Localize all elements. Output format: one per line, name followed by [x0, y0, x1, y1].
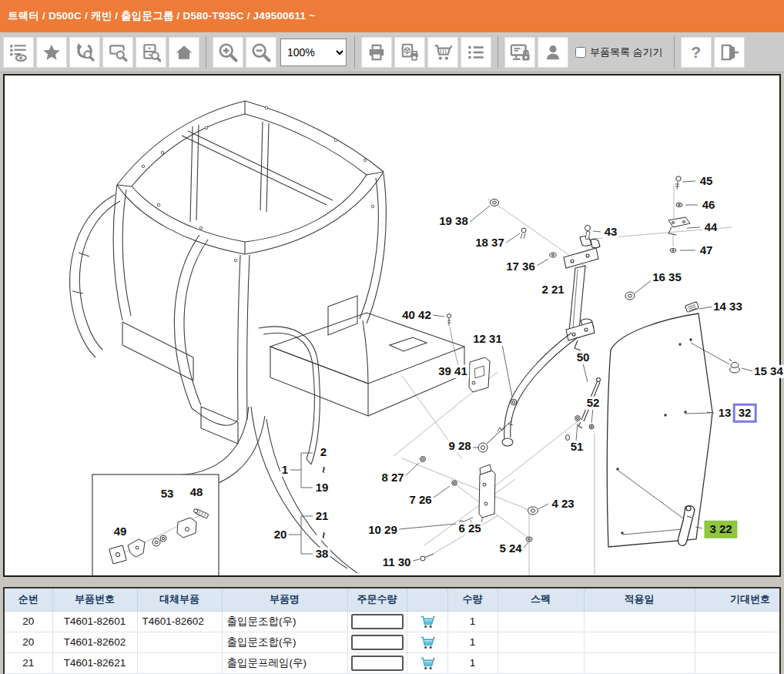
part-label[interactable]: 50: [575, 351, 591, 364]
part-label[interactable]: 3 22: [704, 521, 737, 538]
list-eye-icon: [8, 42, 28, 62]
part-label[interactable]: 49: [112, 525, 129, 538]
part-label[interactable]: 2 21: [540, 283, 565, 297]
part-label[interactable]: 14 33: [712, 300, 744, 314]
part-label[interactable]: 11 30: [381, 556, 413, 569]
part-label[interactable]: 16 35: [651, 271, 683, 284]
zoom-level-select[interactable]: 100%: [280, 39, 347, 66]
column-header: 수량: [447, 588, 498, 611]
part-label[interactable]: 5 24: [498, 542, 523, 555]
part-label[interactable]: 47: [699, 244, 715, 257]
table-row[interactable]: 20 T4601-82602 출입문조합(우) 1: [5, 632, 781, 652]
part-label[interactable]: 39 41: [437, 365, 469, 378]
exit-button[interactable]: [714, 37, 745, 68]
add-to-cart-icon[interactable]: [407, 634, 447, 651]
add-to-cart-icon[interactable]: [407, 613, 447, 630]
zoom-in-button[interactable]: [213, 37, 243, 68]
part-search-button[interactable]: [69, 37, 100, 68]
parts-table-body: 20 T4601-82601 T4601-82602 출입문조합(우) 1 20…: [5, 611, 781, 673]
cart-button[interactable]: [427, 37, 458, 68]
printer-icon: [367, 42, 387, 62]
catalog-search-button[interactable]: [136, 37, 166, 68]
part-label[interactable]: 40 42: [400, 309, 433, 322]
column-header: 적용일: [584, 588, 695, 611]
print-button[interactable]: [361, 37, 392, 68]
table-row[interactable]: 21 T4601-82621 출입문프레임(우) 1: [5, 652, 781, 673]
part-label[interactable]: 13: [717, 407, 733, 420]
part-label[interactable]: 38: [314, 548, 330, 561]
cell-qty: 1: [447, 652, 498, 673]
cell-serial-number: [695, 652, 781, 673]
list-icon: [466, 42, 486, 62]
screen-lock-button[interactable]: [504, 37, 535, 68]
toolbar-separator: [354, 36, 355, 69]
help-button[interactable]: ?: [681, 37, 712, 68]
part-label[interactable]: 45: [699, 175, 715, 188]
add-to-cart-icon[interactable]: [407, 655, 447, 672]
part-label[interactable]: 53: [159, 488, 176, 501]
table-row[interactable]: 20 T4601-82601 T4601-82602 출입문조합(우) 1: [5, 611, 781, 632]
hide-parts-list-checkbox[interactable]: [575, 47, 586, 58]
part-label[interactable]: 15 34: [752, 365, 784, 378]
cell-seq: 20: [5, 632, 52, 652]
part-label[interactable]: 19: [314, 481, 330, 495]
cell-order-qty: [347, 611, 407, 632]
part-label[interactable]: 6 25: [457, 522, 482, 535]
part-label[interactable]: 19 38: [437, 215, 470, 228]
cell-qty: 1: [447, 632, 498, 652]
cell-apply-date: [584, 611, 695, 632]
cell-alt-part[interactable]: [137, 632, 222, 652]
part-labels-layer: 454644474319 3818 3717 362 2116 3514 331…: [5, 75, 779, 575]
home-button[interactable]: [169, 37, 199, 68]
part-label[interactable]: 1: [280, 464, 290, 477]
part-label[interactable]: 51: [569, 441, 585, 454]
breadcrumb-bar: 트랙터 / D500C / 캐빈 / 출입문그룹 / D580-T935C / …: [0, 0, 784, 32]
part-label[interactable]: 9 28: [447, 440, 472, 453]
part-label[interactable]: 52: [585, 397, 601, 410]
part-label[interactable]: ~: [317, 465, 330, 475]
part-label[interactable]: 43: [603, 226, 619, 239]
order-qty-input[interactable]: [351, 656, 404, 671]
user-icon: [543, 42, 563, 62]
part-label[interactable]: 12 31: [471, 333, 504, 346]
user-button[interactable]: [538, 37, 568, 68]
part-label[interactable]: 46: [701, 199, 717, 212]
cell-part-name: 출입문프레임(우): [222, 652, 347, 673]
toolbar-separator: [498, 36, 498, 69]
order-qty-input[interactable]: [351, 614, 404, 629]
part-label[interactable]: 20: [273, 528, 289, 542]
part-label[interactable]: 18 37: [474, 236, 506, 250]
cell-alt-part[interactable]: T4601-82602: [137, 611, 222, 632]
part-label[interactable]: 10 29: [367, 524, 399, 537]
cell-alt-part[interactable]: [137, 652, 222, 673]
part-label[interactable]: 48: [189, 486, 205, 499]
home-icon: [174, 42, 194, 62]
cell-part-name: 출입문조합(우): [222, 611, 347, 632]
part-label[interactable]: 8 27: [380, 471, 405, 485]
cell-seq: 20: [5, 611, 52, 632]
column-header: 대체부품: [137, 588, 222, 611]
part-label[interactable]: 17 36: [504, 260, 537, 273]
cell-seq: 21: [5, 652, 52, 673]
cell-serial-number: [695, 632, 781, 652]
cell-part-number[interactable]: T4601-82621: [52, 652, 137, 673]
part-label[interactable]: 32: [733, 404, 757, 423]
part-label[interactable]: 7 26: [407, 494, 433, 507]
part-label[interactable]: 44: [703, 221, 719, 234]
region-search-button[interactable]: [102, 37, 133, 68]
cell-order-qty: [347, 652, 407, 673]
part-label[interactable]: ~: [317, 531, 330, 541]
breadcrumb[interactable]: 트랙터 / D500C / 캐빈 / 출입문그룹 / D580-T935C / …: [8, 9, 315, 23]
cell-part-number[interactable]: T4601-82602: [52, 632, 137, 652]
cell-part-number[interactable]: T4601-82601: [52, 611, 137, 632]
favorites-button[interactable]: [36, 37, 67, 68]
parts-list-view-button[interactable]: [3, 37, 34, 68]
part-label[interactable]: 2: [319, 446, 328, 459]
zoom-out-button[interactable]: [246, 37, 276, 68]
part-label[interactable]: 4 23: [550, 498, 575, 511]
order-qty-input[interactable]: [351, 635, 404, 650]
toolbar-separator: [206, 36, 206, 69]
print-image-button[interactable]: [394, 37, 425, 68]
list-button[interactable]: [461, 37, 491, 68]
part-label[interactable]: 21: [314, 510, 330, 523]
